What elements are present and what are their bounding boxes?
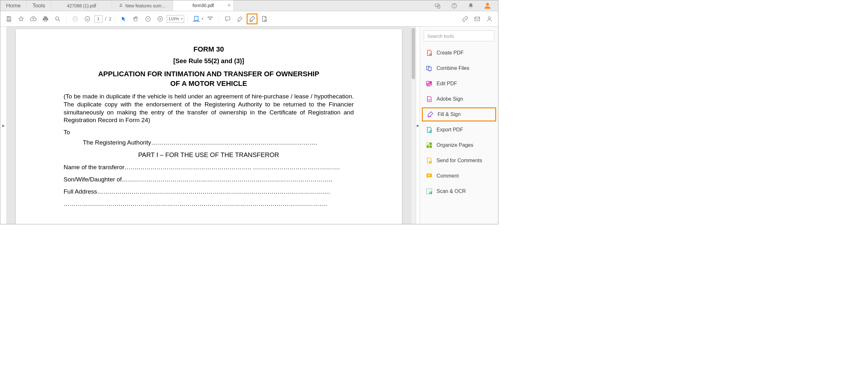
zoom-dropdown[interactable]: 115% ▾ <box>167 15 184 23</box>
svg-rect-19 <box>430 82 432 84</box>
tool-list: Create PDFCombine FilesEdit PDFAdobe Sig… <box>420 44 498 224</box>
chevron-down-icon[interactable]: ▾ <box>202 17 204 21</box>
tools-panel: Search tools Create PDFCombine FilesEdit… <box>420 27 498 224</box>
tool-send-for-comments[interactable]: Send for Comments <box>420 153 498 168</box>
svg-rect-21 <box>427 86 430 86</box>
main: ▸ FORM 30 [See Rule 55(2) and (3)] APPLI… <box>0 27 498 224</box>
mail-icon[interactable] <box>472 13 483 24</box>
zoom-value: 115% <box>168 16 179 21</box>
doc-note: (To be made in duplicate if the vehicle … <box>64 93 354 124</box>
doc-tab-2[interactable]: form30.pdf ✕ <box>173 0 234 11</box>
doc-reg-auth: The Registering Authority………………………………………… <box>83 139 354 146</box>
doc-field3: Full Address…………………………………………………………………………… <box>64 188 354 195</box>
pointer-icon[interactable] <box>118 13 129 24</box>
tool-label: Adobe Sign <box>437 96 463 102</box>
tool-label: Organize Pages <box>437 142 473 148</box>
fit-width-icon[interactable] <box>191 13 202 24</box>
svg-rect-23 <box>427 143 429 145</box>
tool-label: Export PDF <box>437 127 463 133</box>
tool-fill-sign[interactable]: Fill & Sign <box>422 108 496 121</box>
svg-rect-1 <box>437 5 440 8</box>
tool-label: Combine Files <box>437 65 469 71</box>
star-icon[interactable] <box>16 13 27 24</box>
page-separator: / <box>105 16 106 22</box>
svg-rect-20 <box>427 84 432 85</box>
svg-rect-13 <box>475 17 480 21</box>
tool-create-pdf[interactable]: Create PDF <box>420 45 498 61</box>
bell-icon[interactable] <box>465 0 476 11</box>
highlight-icon[interactable] <box>235 13 245 24</box>
svg-point-15 <box>430 54 432 56</box>
doc-tab-1[interactable]: New features sum… <box>112 0 173 11</box>
doc-tab-label: form30.pdf <box>192 3 214 8</box>
print-icon[interactable] <box>40 13 51 24</box>
tool-icon <box>426 95 433 102</box>
tool-combine-files[interactable]: Combine Files <box>420 61 498 76</box>
help-icon[interactable] <box>449 0 460 11</box>
doc-to: To <box>64 129 354 136</box>
doc-tab-label: New features sum… <box>125 3 166 8</box>
hand-icon[interactable] <box>130 13 141 24</box>
document-area[interactable]: FORM 30 [See Rule 55(2) and (3)] APPLICA… <box>7 27 411 224</box>
svg-rect-26 <box>430 146 432 148</box>
tool-label: Create PDF <box>437 50 463 56</box>
svg-rect-18 <box>427 82 429 84</box>
svg-rect-11 <box>194 16 198 20</box>
svg-rect-12 <box>208 17 212 18</box>
page-number-input[interactable] <box>94 16 102 23</box>
tab-home[interactable]: Home <box>0 0 27 11</box>
comment-icon[interactable] <box>222 13 233 24</box>
share-profile-icon[interactable] <box>484 13 495 24</box>
tool-organize-pages[interactable]: Organize Pages <box>420 138 498 153</box>
tab-tools[interactable]: Tools <box>27 0 51 11</box>
tool-label: Scan & OCR <box>437 188 466 194</box>
zoom-in-icon[interactable] <box>155 13 165 24</box>
tool-comment[interactable]: Comment <box>420 168 498 184</box>
tool-edit-pdf[interactable]: Edit PDF <box>420 76 498 91</box>
page-up-icon[interactable] <box>70 13 81 24</box>
save-icon[interactable] <box>3 13 14 24</box>
svg-point-10 <box>158 16 162 21</box>
link-icon[interactable] <box>460 13 470 24</box>
search-tools-input[interactable]: Search tools <box>424 30 494 41</box>
svg-point-14 <box>489 17 491 19</box>
svg-rect-27 <box>427 189 432 194</box>
read-mode-icon[interactable] <box>205 13 216 24</box>
tool-icon <box>426 126 433 133</box>
doc-field4: …………………………………………………………………………………………………………… <box>64 200 354 207</box>
doc-heading: APPLICATION FOR INTIMATION AND TRANSFER … <box>64 69 354 88</box>
left-panel-toggle[interactable]: ▸ <box>0 27 7 224</box>
page-down-icon[interactable] <box>82 13 93 24</box>
tabbar-right <box>432 0 498 11</box>
tool-label: Edit PDF <box>437 81 457 87</box>
sign-icon[interactable] <box>247 13 257 24</box>
heading-line2: OF A MOTOR VEHICLE <box>170 80 247 88</box>
find-icon[interactable] <box>52 13 63 24</box>
stamp-icon[interactable] <box>259 13 270 24</box>
heading-line1: APPLICATION FOR INTIMATION AND TRANSFER … <box>98 70 319 78</box>
doc-subtitle: [See Rule 55(2) and (3)] <box>64 57 354 65</box>
cloud-upload-icon[interactable] <box>28 13 39 24</box>
page-total: 2 <box>109 16 112 22</box>
tool-label: Send for Comments <box>437 158 482 163</box>
account-icon[interactable] <box>482 0 493 11</box>
svg-point-8 <box>85 16 90 21</box>
doc-field1: Name of the transferor…….………………………………………… <box>64 164 354 171</box>
svg-point-2 <box>452 3 457 8</box>
tool-scan-ocr[interactable]: Scan & OCR <box>420 184 498 199</box>
tool-adobe-sign[interactable]: Adobe Sign <box>420 91 498 107</box>
right-panel-toggle[interactable]: ▸ <box>416 27 420 224</box>
svg-point-7 <box>73 16 78 21</box>
scrollbar[interactable] <box>411 27 416 224</box>
doc-tab-0[interactable]: 427086 (1).pdf <box>51 0 112 11</box>
tab-bar: Home Tools 427086 (1).pdf New features s… <box>0 0 498 11</box>
doc-title: FORM 30 <box>64 45 354 54</box>
search-placeholder: Search tools <box>427 33 454 39</box>
device-connect-icon[interactable] <box>432 0 443 11</box>
close-tab-icon[interactable]: ✕ <box>227 3 231 8</box>
zoom-out-icon[interactable] <box>143 13 153 24</box>
scroll-thumb[interactable] <box>411 28 415 79</box>
tool-icon <box>426 173 433 179</box>
chevron-down-icon: ▾ <box>181 17 183 21</box>
tool-export-pdf[interactable]: Export PDF <box>420 122 498 138</box>
